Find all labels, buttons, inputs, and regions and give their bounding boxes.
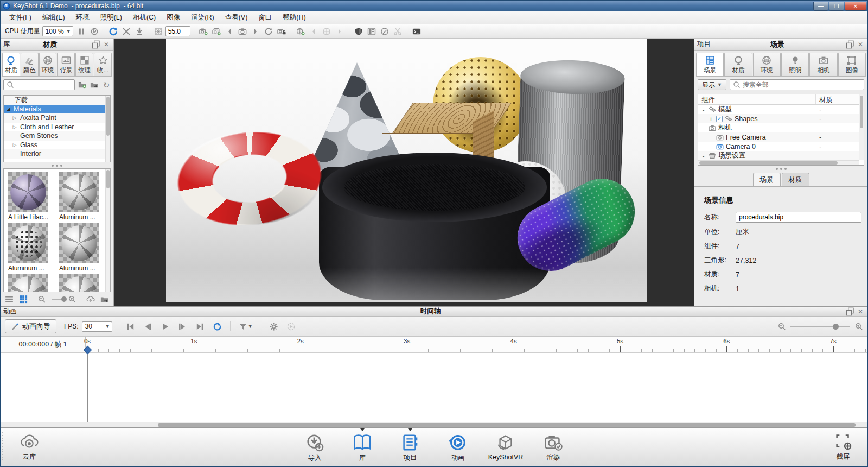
library-splitter[interactable]: [1, 162, 113, 168]
library-tab-5[interactable]: 收...: [94, 53, 112, 76]
scene-tree-hscrollbar[interactable]: [698, 160, 859, 165]
prev-arrow-icon[interactable]: [224, 26, 235, 37]
list-view-icon[interactable]: [5, 295, 14, 304]
menu-item-5[interactable]: 图像: [161, 11, 186, 24]
grid-view-icon[interactable]: [19, 295, 28, 304]
skip-to-end-button[interactable]: [193, 320, 207, 333]
dock-item-4[interactable]: KeyShotVR: [486, 432, 526, 463]
scene-tree-row-4[interactable]: Camera 0-: [698, 142, 864, 151]
library-tree-item-5[interactable]: ▷Glass: [4, 141, 110, 150]
dock-drag-handle[interactable]: [2, 432, 3, 462]
project-tab-5[interactable]: 图像: [838, 53, 866, 76]
refresh-camera-icon[interactable]: [263, 26, 275, 37]
material-thumbnail-3[interactable]: Aluminum ...: [59, 223, 103, 272]
close-panel-icon[interactable]: ✕: [102, 40, 111, 49]
material-column-header[interactable]: 材质: [816, 94, 864, 104]
close-button[interactable]: ✕: [845, 2, 866, 11]
add-camera-icon[interactable]: [197, 26, 209, 37]
scene-search-input[interactable]: [730, 79, 864, 90]
import-folder-icon[interactable]: [90, 80, 99, 89]
scene-tree-row-5[interactable]: -场景设置: [698, 151, 864, 160]
minimize-button[interactable]: —: [813, 2, 828, 11]
menu-item-2[interactable]: 环境: [71, 11, 95, 24]
menu-item-3[interactable]: 照明(L): [95, 11, 127, 24]
float-panel-icon[interactable]: [846, 40, 854, 49]
dock-item-5[interactable]: 渲染: [533, 432, 573, 463]
library-tab-0[interactable]: 材质: [2, 53, 20, 76]
refresh-library-icon[interactable]: ↻: [102, 80, 111, 89]
scene-subtab-0[interactable]: 场景: [753, 173, 781, 186]
tree-expander-icon[interactable]: -: [700, 153, 706, 159]
next-arrow-icon[interactable]: [250, 26, 261, 37]
float-panel-icon[interactable]: [92, 40, 100, 49]
menu-item-0[interactable]: 文件(F): [4, 11, 37, 24]
timeline-zoom-out-icon[interactable]: [777, 322, 786, 331]
close-panel-icon[interactable]: ✕: [856, 40, 865, 49]
close-panel-icon[interactable]: ✕: [856, 307, 865, 316]
camera-view-icon[interactable]: [237, 26, 248, 37]
loop-playback-icon[interactable]: [210, 320, 225, 333]
float-panel-icon[interactable]: [846, 307, 854, 316]
reset-camera-icon[interactable]: [107, 26, 119, 37]
tree-expander-icon[interactable]: ▷: [11, 115, 18, 121]
library-tree-item-6[interactable]: Interior: [4, 149, 110, 159]
export-folder-icon[interactable]: [100, 295, 109, 304]
prev-arrow-icon[interactable]: [308, 26, 320, 37]
project-tab-3[interactable]: 照明: [781, 53, 809, 76]
download-icon[interactable]: [133, 26, 145, 37]
perspective-grid-icon[interactable]: [152, 26, 164, 37]
menu-item-9[interactable]: 帮助(H): [277, 11, 311, 24]
thumbnails-scrollbar[interactable]: [105, 169, 110, 292]
animation-wizard-button[interactable]: 动画向导: [5, 319, 56, 333]
tree-expander-icon[interactable]: -: [700, 106, 706, 113]
library-tree-item-0[interactable]: 下载: [4, 96, 110, 105]
menu-item-6[interactable]: 渲染(R): [186, 11, 219, 24]
cpu-usage-select[interactable]: 100 %▼: [42, 26, 73, 36]
maximize-button[interactable]: ❐: [829, 2, 844, 11]
scene-tree-row-2[interactable]: -相机: [698, 123, 864, 132]
dock-item-screenshot[interactable]: 截屏: [823, 431, 863, 462]
library-tab-4[interactable]: 纹理: [75, 53, 93, 76]
script-console-icon[interactable]: [411, 26, 423, 37]
tree-expander-icon[interactable]: ▷: [11, 124, 18, 130]
environment-icon[interactable]: [321, 26, 333, 37]
menu-item-4[interactable]: 相机(C): [127, 11, 161, 24]
display-filter-button[interactable]: 显示 ▼: [698, 79, 726, 90]
library-tree-item-3[interactable]: ▷Cloth and Leather: [4, 123, 110, 132]
library-tab-3[interactable]: 背景: [57, 53, 75, 76]
scissors-icon[interactable]: [392, 26, 404, 37]
material-thumbnail-1[interactable]: Aluminum ...: [59, 172, 103, 221]
dock-item-1[interactable]: 库: [342, 432, 382, 463]
preview-render-icon[interactable]: [284, 320, 298, 333]
tree-expander-icon[interactable]: -: [700, 125, 706, 131]
scene-tree-row-1[interactable]: +✓Shapes-: [698, 114, 864, 123]
shield-icon[interactable]: [353, 26, 365, 37]
upload-cloud-icon[interactable]: [86, 295, 95, 304]
tree-expander-icon[interactable]: ◢: [5, 106, 11, 112]
animation-settings-gear-icon[interactable]: [267, 320, 281, 333]
visibility-checkbox[interactable]: ✓: [716, 116, 723, 122]
tree-expander-icon[interactable]: +: [708, 116, 714, 122]
zoom-out-icon[interactable]: [37, 295, 46, 304]
skip-to-start-button[interactable]: [124, 320, 138, 333]
library-tree-item-4[interactable]: Gem Stones: [4, 131, 110, 141]
tree-expander-icon[interactable]: ▷: [11, 142, 18, 148]
menu-item-8[interactable]: 窗口: [253, 11, 277, 24]
playback-speed-button[interactable]: ▼: [236, 320, 256, 333]
menu-item-7[interactable]: 查看(V): [220, 11, 253, 24]
dock-item-cloud-library[interactable]: 云库: [9, 431, 49, 462]
fit-view-icon[interactable]: [120, 26, 132, 37]
lock-camera-icon[interactable]: [276, 26, 288, 37]
timeline-hscrollbar[interactable]: [1, 422, 867, 427]
timeline-zoom-in-icon[interactable]: [854, 322, 863, 331]
project-tab-1[interactable]: 材质: [724, 53, 752, 76]
library-tree-item-2[interactable]: ▷Axalta Paint: [4, 113, 110, 123]
dock-item-3[interactable]: 动画: [438, 432, 478, 463]
zoom-in-icon[interactable]: [68, 295, 76, 304]
project-tab-4[interactable]: 相机: [809, 53, 837, 76]
pause-icon[interactable]: [75, 26, 87, 37]
step-back-button[interactable]: [141, 320, 155, 333]
life-ring-torus-object[interactable]: [173, 124, 327, 232]
step-forward-button[interactable]: [176, 320, 190, 333]
material-thumbnail-2[interactable]: Aluminum ...: [8, 223, 52, 272]
